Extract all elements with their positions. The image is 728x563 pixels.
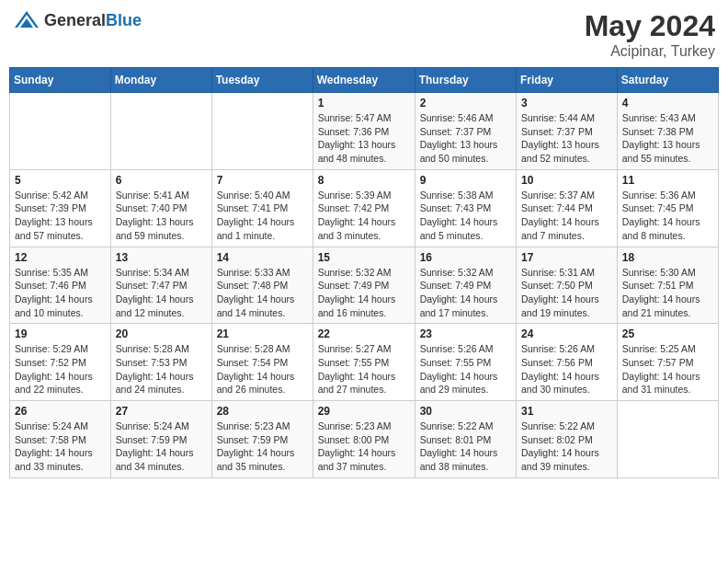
day-info: Sunrise: 5:28 AM Sunset: 7:53 PM Dayligh… [116,342,207,396]
week-row-5: 26Sunrise: 5:24 AM Sunset: 7:58 PM Dayli… [10,401,719,478]
day-cell-5: 5Sunrise: 5:42 AM Sunset: 7:39 PM Daylig… [10,169,111,247]
day-number: 11 [622,174,713,187]
day-info: Sunrise: 5:32 AM Sunset: 7:49 PM Dayligh… [318,266,410,320]
day-info: Sunrise: 5:42 AM Sunset: 7:39 PM Dayligh… [15,189,106,243]
day-info: Sunrise: 5:43 AM Sunset: 7:38 PM Dayligh… [622,111,713,166]
day-number: 8 [318,174,410,187]
day-info: Sunrise: 5:29 AM Sunset: 7:52 PM Dayligh… [15,342,106,396]
day-info: Sunrise: 5:23 AM Sunset: 8:00 PM Dayligh… [318,419,410,474]
day-info: Sunrise: 5:24 AM Sunset: 7:58 PM Dayligh… [15,419,106,474]
week-row-1: 1Sunrise: 5:47 AM Sunset: 7:36 PM Daylig… [10,93,719,170]
logo-text-blue: Blue [106,11,142,29]
weekday-header-thursday: Thursday [415,68,516,93]
weekday-header-monday: Monday [110,68,211,93]
weekday-header-row: SundayMondayTuesdayWednesdayThursdayFrid… [10,68,719,93]
day-info: Sunrise: 5:39 AM Sunset: 7:42 PM Dayligh… [318,189,410,243]
day-number: 9 [420,174,511,187]
day-cell-18: 18Sunrise: 5:30 AM Sunset: 7:51 PM Dayli… [617,247,718,324]
day-number: 2 [420,97,511,109]
day-info: Sunrise: 5:22 AM Sunset: 8:01 PM Dayligh… [420,419,511,474]
day-number: 29 [318,405,410,418]
day-number: 24 [521,327,612,340]
logo: GeneralBlue [13,9,142,31]
day-cell-24: 24Sunrise: 5:26 AM Sunset: 7:56 PM Dayli… [517,324,618,401]
day-cell-23: 23Sunrise: 5:26 AM Sunset: 7:55 PM Dayli… [415,324,516,401]
day-info: Sunrise: 5:27 AM Sunset: 7:55 PM Dayligh… [318,342,410,396]
logo-text-general: General [44,11,106,29]
day-number: 3 [521,97,612,109]
day-info: Sunrise: 5:35 AM Sunset: 7:46 PM Dayligh… [15,266,106,320]
week-row-3: 12Sunrise: 5:35 AM Sunset: 7:46 PM Dayli… [10,247,719,324]
day-info: Sunrise: 5:38 AM Sunset: 7:43 PM Dayligh… [420,189,511,243]
day-info: Sunrise: 5:47 AM Sunset: 7:36 PM Dayligh… [318,111,410,166]
day-cell-31: 31Sunrise: 5:22 AM Sunset: 8:02 PM Dayli… [517,401,618,478]
day-number: 15 [318,251,410,264]
day-number: 13 [116,251,207,264]
day-cell-7: 7Sunrise: 5:40 AM Sunset: 7:41 PM Daylig… [211,169,313,247]
empty-cell [617,401,718,478]
day-info: Sunrise: 5:33 AM Sunset: 7:48 PM Dayligh… [217,266,308,320]
day-cell-11: 11Sunrise: 5:36 AM Sunset: 7:45 PM Dayli… [617,169,718,247]
day-cell-17: 17Sunrise: 5:31 AM Sunset: 7:50 PM Dayli… [517,247,618,324]
day-number: 21 [217,327,308,340]
day-cell-22: 22Sunrise: 5:27 AM Sunset: 7:55 PM Dayli… [313,324,415,401]
day-info: Sunrise: 5:46 AM Sunset: 7:37 PM Dayligh… [420,111,511,166]
logo-icon [13,9,40,31]
day-number: 14 [217,251,308,264]
day-info: Sunrise: 5:32 AM Sunset: 7:49 PM Dayligh… [420,266,511,320]
day-number: 26 [15,405,106,418]
day-info: Sunrise: 5:25 AM Sunset: 7:57 PM Dayligh… [622,342,713,396]
weekday-header-sunday: Sunday [10,68,111,93]
day-cell-19: 19Sunrise: 5:29 AM Sunset: 7:52 PM Dayli… [10,324,111,401]
day-number: 31 [521,405,612,418]
calendar-table: SundayMondayTuesdayWednesdayThursdayFrid… [9,67,719,478]
day-cell-14: 14Sunrise: 5:33 AM Sunset: 7:48 PM Dayli… [211,247,313,324]
week-row-4: 19Sunrise: 5:29 AM Sunset: 7:52 PM Dayli… [10,324,719,401]
day-info: Sunrise: 5:31 AM Sunset: 7:50 PM Dayligh… [521,266,612,320]
title-block: May 2024 Acipinar, Turkey [585,9,715,60]
day-cell-13: 13Sunrise: 5:34 AM Sunset: 7:47 PM Dayli… [110,247,211,324]
day-number: 25 [622,327,713,340]
day-number: 4 [622,97,713,109]
day-cell-20: 20Sunrise: 5:28 AM Sunset: 7:53 PM Dayli… [110,324,211,401]
day-cell-2: 2Sunrise: 5:46 AM Sunset: 7:37 PM Daylig… [415,93,516,170]
empty-cell [110,93,211,170]
day-info: Sunrise: 5:23 AM Sunset: 7:59 PM Dayligh… [217,419,308,474]
day-info: Sunrise: 5:26 AM Sunset: 7:55 PM Dayligh… [420,342,511,396]
day-number: 5 [15,174,106,187]
day-info: Sunrise: 5:28 AM Sunset: 7:54 PM Dayligh… [217,342,308,396]
day-number: 28 [217,405,308,418]
page-header: GeneralBlue May 2024 Acipinar, Turkey [9,9,719,60]
day-info: Sunrise: 5:37 AM Sunset: 7:44 PM Dayligh… [521,189,612,243]
day-cell-1: 1Sunrise: 5:47 AM Sunset: 7:36 PM Daylig… [313,93,415,170]
day-info: Sunrise: 5:24 AM Sunset: 7:59 PM Dayligh… [116,419,207,474]
day-cell-4: 4Sunrise: 5:43 AM Sunset: 7:38 PM Daylig… [617,93,718,170]
day-cell-21: 21Sunrise: 5:28 AM Sunset: 7:54 PM Dayli… [211,324,313,401]
day-number: 18 [622,251,713,264]
day-info: Sunrise: 5:30 AM Sunset: 7:51 PM Dayligh… [622,266,713,320]
day-cell-16: 16Sunrise: 5:32 AM Sunset: 7:49 PM Dayli… [415,247,516,324]
weekday-header-saturday: Saturday [617,68,718,93]
weekday-header-tuesday: Tuesday [211,68,313,93]
day-cell-27: 27Sunrise: 5:24 AM Sunset: 7:59 PM Dayli… [110,401,211,478]
day-cell-9: 9Sunrise: 5:38 AM Sunset: 7:43 PM Daylig… [415,169,516,247]
location-title: Acipinar, Turkey [585,43,715,60]
day-cell-25: 25Sunrise: 5:25 AM Sunset: 7:57 PM Dayli… [617,324,718,401]
day-number: 10 [521,174,612,187]
day-cell-30: 30Sunrise: 5:22 AM Sunset: 8:01 PM Dayli… [415,401,516,478]
day-cell-29: 29Sunrise: 5:23 AM Sunset: 8:00 PM Dayli… [313,401,415,478]
day-info: Sunrise: 5:26 AM Sunset: 7:56 PM Dayligh… [521,342,612,396]
day-number: 22 [318,327,410,340]
weekday-header-wednesday: Wednesday [313,68,415,93]
week-row-2: 5Sunrise: 5:42 AM Sunset: 7:39 PM Daylig… [10,169,719,247]
day-number: 7 [217,174,308,187]
day-cell-8: 8Sunrise: 5:39 AM Sunset: 7:42 PM Daylig… [313,169,415,247]
day-number: 30 [420,405,511,418]
day-cell-6: 6Sunrise: 5:41 AM Sunset: 7:40 PM Daylig… [110,169,211,247]
empty-cell [10,93,111,170]
day-number: 16 [420,251,511,264]
day-number: 12 [15,251,106,264]
day-info: Sunrise: 5:34 AM Sunset: 7:47 PM Dayligh… [116,266,207,320]
day-number: 19 [15,327,106,340]
day-info: Sunrise: 5:22 AM Sunset: 8:02 PM Dayligh… [521,419,612,474]
